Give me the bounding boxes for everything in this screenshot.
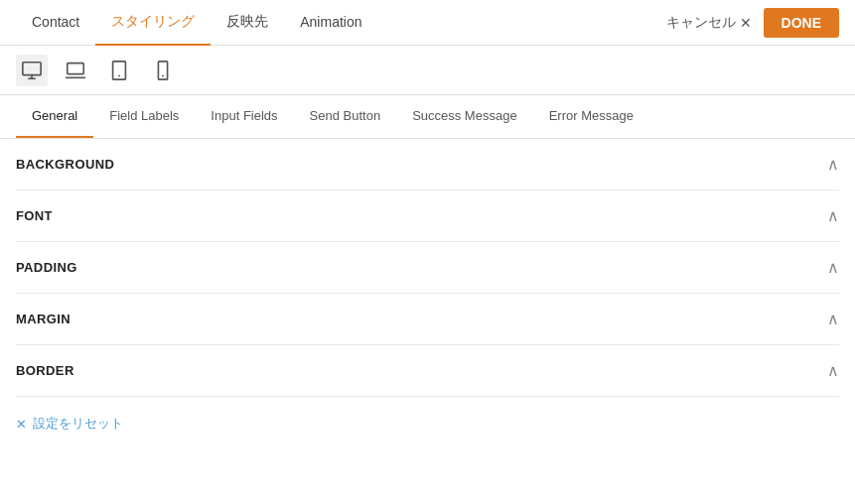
section-border[interactable]: BORDER ∧ <box>16 345 839 397</box>
section-border-label: BORDER <box>16 363 74 378</box>
done-button[interactable]: DONE <box>764 8 839 38</box>
nav-tab-styling[interactable]: スタイリング <box>95 0 211 46</box>
chevron-up-icon: ∧ <box>827 206 839 225</box>
section-margin-label: MARGIN <box>16 312 71 326</box>
tab-general[interactable]: General <box>16 94 93 138</box>
tab-input-fields[interactable]: Input Fields <box>195 94 293 138</box>
nav-tab-contact[interactable]: Contact <box>16 0 95 46</box>
reset-icon: ✕ <box>16 417 27 432</box>
reset-link[interactable]: ✕ 設定をリセット <box>0 397 855 450</box>
tab-field-labels[interactable]: Field Labels <box>93 94 195 138</box>
section-background-label: BACKGROUND <box>16 157 114 172</box>
reset-label: 設定をリセット <box>33 415 123 433</box>
laptop-icon[interactable] <box>60 55 91 86</box>
section-font-label: FONT <box>16 208 53 223</box>
section-padding[interactable]: PADDING ∧ <box>16 242 839 294</box>
desktop-icon[interactable] <box>16 55 48 86</box>
nav-tab-animation[interactable]: Animation <box>284 0 377 46</box>
nav-tabs: Contact スタイリング 反映先 Animation <box>16 0 666 46</box>
device-bar <box>0 46 855 95</box>
top-nav-right: キャンセル ✕ DONE <box>666 8 839 38</box>
mobile-icon[interactable] <box>147 55 179 86</box>
top-nav: Contact スタイリング 反映先 Animation キャンセル ✕ DON… <box>0 0 855 46</box>
svg-rect-0 <box>23 62 41 74</box>
section-font[interactable]: FONT ∧ <box>16 190 839 242</box>
chevron-up-icon: ∧ <box>827 310 839 328</box>
nav-tab-haneisakii[interactable]: 反映先 <box>211 0 284 46</box>
section-margin[interactable]: MARGIN ∧ <box>16 294 839 345</box>
svg-rect-3 <box>68 63 84 73</box>
tab-success-message[interactable]: Success Message <box>396 94 533 138</box>
close-icon: ✕ <box>740 15 752 31</box>
cancel-button[interactable]: キャンセル ✕ <box>666 14 752 32</box>
chevron-up-icon: ∧ <box>827 155 839 174</box>
chevron-up-icon: ∧ <box>827 258 839 277</box>
chevron-up-icon: ∧ <box>827 361 839 380</box>
style-tabs: General Field Labels Input Fields Send B… <box>0 95 855 139</box>
section-padding-label: PADDING <box>16 260 77 275</box>
tab-send-button[interactable]: Send Button <box>294 94 397 138</box>
tab-error-message[interactable]: Error Message <box>533 94 649 138</box>
sections: BACKGROUND ∧ FONT ∧ PADDING ∧ MARGIN ∧ B… <box>0 139 855 397</box>
cancel-label: キャンセル <box>666 14 736 32</box>
tablet-icon[interactable] <box>103 55 135 86</box>
section-background[interactable]: BACKGROUND ∧ <box>16 139 839 190</box>
